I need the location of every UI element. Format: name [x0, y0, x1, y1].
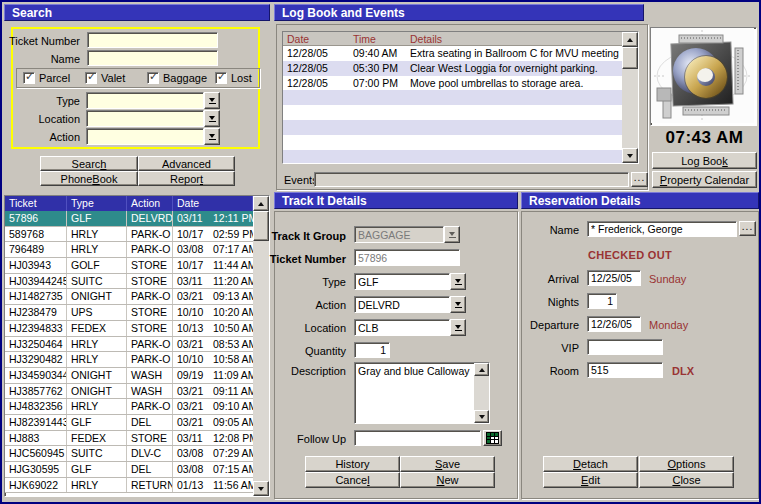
- table-row[interactable]: HJ82391443GLFDEL03/2109:05 AM: [5, 415, 253, 431]
- track-it-group-field[interactable]: [354, 226, 444, 243]
- ticket-table-scrollbar[interactable]: [253, 196, 269, 496]
- follow-up-calendar-button[interactable]: [483, 430, 502, 446]
- scroll-down-button[interactable]: [474, 410, 489, 423]
- column-header-ticket[interactable]: Ticket: [5, 196, 67, 211]
- description-text[interactable]: Gray and blue Calloway: [355, 363, 474, 423]
- table-row[interactable]: HJ3857762ONIGHTWASH03/2109:11 AM: [5, 384, 253, 400]
- table-row[interactable]: HJ4832356HRLYPARK-O03/2109:10 AM: [5, 399, 253, 415]
- departure-field[interactable]: [587, 316, 641, 332]
- ticket-cell: HJK69022: [5, 478, 67, 493]
- scrollbar-track[interactable]: [622, 69, 638, 148]
- edit-button[interactable]: Edit: [543, 472, 638, 488]
- log-row[interactable]: [283, 150, 624, 163]
- search-location-input[interactable]: [86, 110, 204, 127]
- search-type-input[interactable]: [86, 92, 204, 109]
- scrollbar-thumb[interactable]: [622, 47, 638, 69]
- options-button[interactable]: Options: [639, 456, 734, 472]
- column-header-date[interactable]: Date: [173, 196, 253, 211]
- search-type-dropdown-button[interactable]: [204, 92, 220, 109]
- log-row[interactable]: [283, 120, 624, 135]
- trackit-action-field[interactable]: [354, 296, 450, 313]
- cancel-button[interactable]: Cancel: [305, 472, 400, 488]
- log-book-button[interactable]: Log Book: [652, 152, 757, 169]
- scroll-up-button[interactable]: [622, 32, 638, 47]
- column-header-action[interactable]: Action: [127, 196, 173, 211]
- vip-field[interactable]: [587, 339, 663, 355]
- table-row[interactable]: HJ2394833FEDEXSTORE10/1310:50 AM: [5, 321, 253, 337]
- phone-book-button[interactable]: Phone Book: [40, 171, 138, 186]
- table-row[interactable]: HJ039442456SUITCSTORE03/1111:20 AM: [5, 274, 253, 290]
- log-row[interactable]: [283, 135, 624, 150]
- scrollbar-track[interactable]: [253, 241, 269, 481]
- arrival-field[interactable]: [587, 270, 641, 286]
- new-button[interactable]: New: [400, 472, 495, 488]
- table-row[interactable]: 589768HRLYPARK-O10/1702:59 PM: [5, 227, 253, 243]
- table-row[interactable]: 57896GLFDELVRD03/1112:11 PM: [5, 211, 253, 227]
- follow-up-field[interactable]: [354, 430, 481, 446]
- table-row[interactable]: HJ34590344ONIGHTWASH09/1911:09 AM: [5, 368, 253, 384]
- table-row[interactable]: HJ1482735ONIGHTPARK-O03/2109:13 AM: [5, 289, 253, 305]
- nights-field[interactable]: [587, 293, 617, 309]
- close-button[interactable]: Close: [639, 472, 734, 488]
- scroll-down-button[interactable]: [253, 481, 269, 496]
- column-header-time[interactable]: Time: [349, 32, 406, 45]
- events-field[interactable]: [314, 172, 629, 187]
- trackit-ticket-number-field[interactable]: [354, 249, 460, 266]
- log-row[interactable]: 12/28/0505:30 PMClear West Loggia for ov…: [283, 61, 624, 76]
- search-name-input[interactable]: [87, 50, 218, 66]
- table-row[interactable]: HJK69022HRLYRETURNED01/1311:56 AM: [5, 478, 253, 494]
- detach-button[interactable]: Detach: [543, 456, 638, 472]
- column-header-details[interactable]: Details: [406, 32, 624, 45]
- report-button[interactable]: Report: [138, 171, 235, 186]
- logbook-scrollbar[interactable]: [622, 32, 638, 163]
- search-ticket-number-input[interactable]: [87, 32, 218, 48]
- events-ellipsis-button[interactable]: ...: [631, 172, 648, 187]
- scrollbar-thumb[interactable]: [253, 211, 269, 241]
- trackit-action-dropdown-button[interactable]: [450, 296, 466, 313]
- property-calendar-button[interactable]: Property Calendar: [652, 171, 757, 188]
- table-row[interactable]: HJ883FEDEXSTORE03/1112:08 PM: [5, 431, 253, 447]
- description-scrollbar[interactable]: [474, 363, 489, 423]
- trackit-logo: [650, 27, 757, 126]
- valet-checkbox[interactable]: ✓ Valet: [85, 72, 125, 84]
- search-location-dropdown-button[interactable]: [204, 110, 220, 127]
- table-row[interactable]: 796489HRLYPARK-O03/0807:17 AM: [5, 242, 253, 258]
- table-row[interactable]: HJ238479UPSSTORE10/1010:20 AM: [5, 305, 253, 321]
- log-row[interactable]: [283, 105, 624, 120]
- reservation-name-field[interactable]: [587, 221, 737, 237]
- baggage-checkbox[interactable]: ✓ Baggage: [147, 72, 207, 84]
- scroll-up-button[interactable]: [474, 363, 489, 376]
- description-field[interactable]: Gray and blue Calloway: [354, 362, 490, 424]
- lost-checkbox[interactable]: ✓ Lost: [215, 72, 252, 84]
- advanced-button[interactable]: Advanced: [138, 156, 235, 171]
- trackit-location-field[interactable]: [354, 319, 450, 336]
- log-row[interactable]: [283, 90, 624, 105]
- search-action-input[interactable]: [86, 128, 204, 145]
- scroll-down-icon: [479, 415, 485, 419]
- scroll-down-button[interactable]: [622, 148, 638, 163]
- table-row[interactable]: HJ3290482HRLYPARK-O10/1010:58 AM: [5, 352, 253, 368]
- search-action-dropdown-button[interactable]: [204, 128, 220, 145]
- room-field[interactable]: [587, 362, 663, 378]
- table-row[interactable]: HJC560945SUITCDLV-C03/0807:29 AM: [5, 446, 253, 462]
- trackit-type-dropdown-button[interactable]: [450, 273, 466, 290]
- trackit-type-field[interactable]: [354, 273, 450, 290]
- table-row[interactable]: HJ3250464HRLYPARK-O03/2108:53 AM: [5, 337, 253, 353]
- column-header-type[interactable]: Type: [67, 196, 127, 211]
- table-row[interactable]: HJ03943GOLFSTORE10/1711:44 AM: [5, 258, 253, 274]
- table-row[interactable]: HJG30595GLFDEL03/0807:15 AM: [5, 462, 253, 478]
- column-header-date[interactable]: Date: [283, 32, 349, 45]
- name-lookup-button[interactable]: ...: [739, 221, 756, 236]
- search-button[interactable]: Search: [40, 156, 138, 171]
- trackit-location-dropdown-button[interactable]: [450, 319, 466, 336]
- quantity-field[interactable]: [354, 342, 390, 358]
- ticket-cell: HJ238479: [5, 305, 67, 320]
- log-row[interactable]: 12/28/0509:40 AMExtra seating in Ballroo…: [283, 46, 624, 61]
- scrollbar-track[interactable]: [474, 376, 489, 410]
- parcel-checkbox[interactable]: ✓ Parcel: [23, 72, 70, 84]
- scroll-up-button[interactable]: [253, 196, 269, 211]
- track-it-group-dropdown-button[interactable]: [444, 226, 460, 243]
- history-button[interactable]: History: [305, 456, 400, 472]
- log-row[interactable]: 12/28/0507:00 PMMove pool umbrellas to s…: [283, 76, 624, 91]
- save-button[interactable]: Save: [400, 456, 495, 472]
